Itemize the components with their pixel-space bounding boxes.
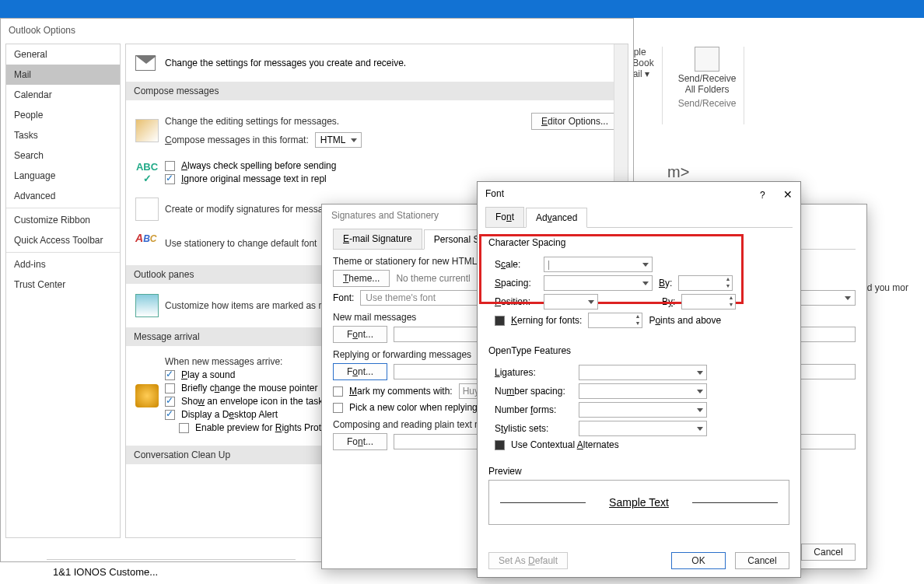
signatures-label: Create or modify signatures for messa	[165, 204, 323, 215]
theme-button[interactable]: Theme...	[333, 270, 390, 287]
nav-mail[interactable]: Mail	[6, 65, 120, 85]
editor-options-button[interactable]: Editor Options...	[531, 113, 618, 130]
number-forms-combo[interactable]	[579, 402, 707, 418]
font-close-icon[interactable]: ✕	[783, 188, 793, 201]
spacing-combo[interactable]	[544, 275, 653, 291]
change-pointer-label: Briefly change the mouse pointer	[181, 383, 317, 393]
sig-cancel-button[interactable]: Cancel	[801, 544, 856, 561]
sig-font-label: Font:	[333, 292, 354, 303]
position-by-label: By:	[662, 296, 675, 307]
stylistic-label: Stylistic sets:	[495, 423, 572, 434]
font-dialog: Font ? ✕ Font Advanced Character Spacing…	[477, 181, 801, 578]
nav-people[interactable]: People	[6, 105, 120, 125]
kerning-checkbox[interactable]	[495, 316, 505, 326]
compose-format-combo[interactable]: HTML	[315, 132, 362, 148]
font-title-text: Font	[485, 188, 504, 201]
ignore-original-label: Ignore original message text in repl	[181, 173, 327, 184]
plain-font-button[interactable]: Font...	[333, 433, 387, 450]
envelope-icon	[135, 55, 156, 71]
ribbon-group-sendreceive[interactable]: Send/ReceiveAll Folders Send/Receive	[670, 47, 745, 124]
rights-preview-label: Enable preview for Rights Prote	[195, 422, 327, 433]
nav-general[interactable]: General	[6, 44, 120, 65]
nav-customize-ribbon[interactable]: Customize Ribbon	[6, 210, 120, 230]
panes-icon	[135, 294, 159, 317]
ignore-original-checkbox[interactable]	[165, 174, 175, 184]
font-help-icon[interactable]: ?	[760, 190, 765, 201]
scale-combo[interactable]: |	[544, 257, 653, 272]
envelope-icon-label: Show an envelope icon in the task	[181, 396, 323, 407]
rights-preview-checkbox[interactable]	[179, 423, 189, 433]
ribbon-fragment: ople ss Book mail ▾ Send/ReceiveAll Fold…	[613, 47, 768, 124]
always-spell-checkbox[interactable]	[165, 161, 175, 171]
desktop-alert-label: Display a Desktop Alert	[181, 409, 278, 420]
position-label: Position:	[495, 296, 537, 307]
spacing-label: Spacing:	[495, 278, 537, 289]
pick-color-checkbox[interactable]	[333, 403, 343, 413]
mail-subject: 1&1 IONOS Custome...	[53, 566, 289, 578]
tab-email-signature[interactable]: E-mail Signature	[333, 229, 422, 249]
spacing-by-spinner[interactable]	[678, 275, 733, 291]
edit-icon	[135, 119, 159, 142]
nav-addins[interactable]: Add-ins	[6, 254, 120, 275]
ribbon-bar	[0, 0, 924, 18]
stylistic-combo[interactable]	[579, 421, 707, 436]
char-spacing-title: Character Spacing	[488, 237, 789, 248]
stationery-icon: ABC	[135, 232, 159, 255]
font-preview: Sample Text	[488, 480, 789, 525]
new-mail-font-button[interactable]: Font...	[333, 326, 387, 343]
play-sound-checkbox[interactable]	[165, 370, 175, 380]
nav-quick-access[interactable]: Quick Access Toolbar	[6, 230, 120, 250]
pick-color-label: Pick a new color when replying	[349, 402, 478, 413]
options-title-text: Outlook Options	[9, 25, 75, 36]
options-nav: General Mail Calendar People Tasks Searc…	[5, 44, 121, 538]
arrival-when-label: When new messages arrive:	[165, 356, 327, 367]
mark-comments-label: Mark my comments with:	[349, 386, 453, 397]
desktop-alert-checkbox[interactable]	[165, 410, 175, 420]
send-receive-icon	[695, 47, 719, 72]
editing-settings-label: Change the editing settings for messages…	[165, 116, 339, 127]
contextual-checkbox[interactable]	[495, 440, 505, 450]
mail-intro-text: Change the settings for messages you cre…	[165, 58, 406, 68]
preview-sample-text: Sample Text	[609, 496, 669, 509]
nav-language[interactable]: Language	[6, 166, 120, 186]
ribbon-group-label: Send/Receive	[678, 98, 737, 109]
compose-format-label: Compose messages in this format:	[165, 135, 309, 145]
change-pointer-checkbox[interactable]	[165, 383, 175, 393]
position-by-spinner[interactable]	[681, 294, 736, 309]
nav-tasks[interactable]: Tasks	[6, 125, 120, 145]
number-forms-label: Number forms:	[495, 404, 572, 415]
always-spell-label: Always check spelling before sending	[181, 160, 336, 171]
mark-comments-checkbox[interactable]	[333, 386, 343, 397]
send-receive-button[interactable]: Send/ReceiveAll Folders	[678, 73, 737, 95]
number-spacing-combo[interactable]	[579, 383, 707, 399]
mail-list-item[interactable]: 1&1 IONOS Custome...	[47, 559, 296, 584]
compose-section-head: Compose messages	[126, 82, 628, 100]
nav-calendar[interactable]: Calendar	[6, 85, 120, 105]
stationery-label: Use stationery to change default font	[165, 238, 317, 249]
font-ok-button[interactable]: OK	[671, 552, 726, 569]
mail-from-fragment: m>	[667, 163, 689, 180]
font-tab-font[interactable]: Font	[485, 207, 524, 227]
set-default-button: Set As Default	[488, 552, 568, 569]
font-cancel-button[interactable]: Cancel	[735, 552, 789, 569]
nav-trust-center[interactable]: Trust Center	[6, 275, 120, 295]
theme-status: No theme currentl	[396, 273, 470, 284]
panes-text: Customize how items are marked as r	[165, 300, 321, 311]
position-combo[interactable]	[544, 294, 598, 309]
envelope-icon-checkbox[interactable]	[165, 397, 175, 407]
ligatures-label: Ligatures:	[495, 367, 572, 378]
nav-search[interactable]: Search	[6, 145, 120, 166]
spellcheck-icon: ABC✓	[135, 161, 159, 184]
ligatures-combo[interactable]	[579, 365, 707, 380]
kerning-label: Kerning for fonts:	[511, 315, 582, 326]
play-sound-label: Play a sound	[181, 369, 235, 380]
font-tab-advanced[interactable]: Advanced	[526, 208, 587, 228]
signature-icon	[135, 198, 159, 221]
nav-advanced[interactable]: Advanced	[6, 186, 120, 206]
scale-label: Scale:	[495, 259, 537, 270]
number-spacing-label: Number spacing:	[495, 386, 572, 397]
preview-title: Preview	[488, 466, 789, 477]
opentype-title: OpenType Features	[488, 345, 789, 356]
kerning-spinner[interactable]	[588, 313, 642, 328]
reply-font-button[interactable]: Font...	[333, 363, 387, 380]
